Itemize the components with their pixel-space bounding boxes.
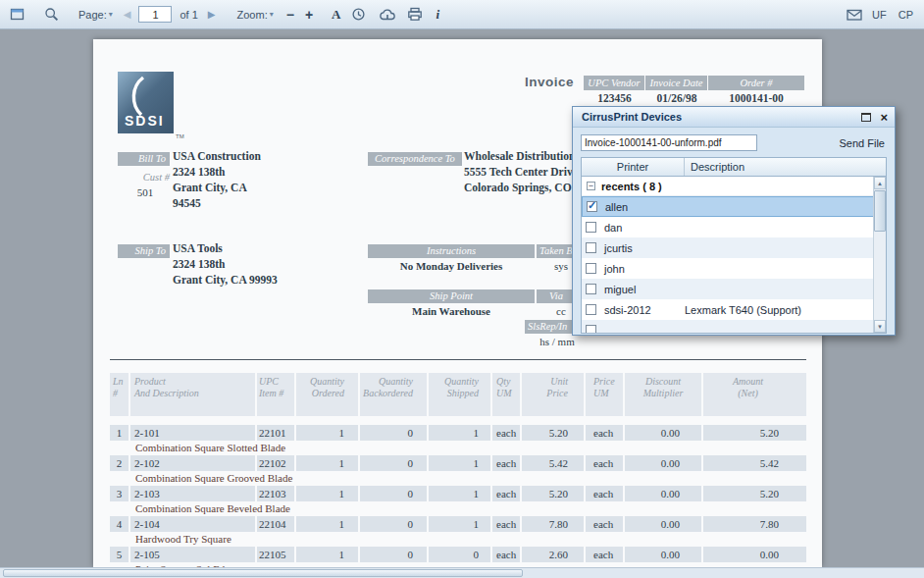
page-number-input[interactable] xyxy=(138,6,172,23)
col-header-amount: Amount (Net) xyxy=(703,373,806,416)
meta-value: 01/26/98 xyxy=(645,90,708,106)
meta-header: Order # xyxy=(708,76,804,90)
page-label: Page: xyxy=(78,9,107,21)
printer-name: sdsi-2012 xyxy=(604,304,685,316)
cp-button[interactable]: CP xyxy=(898,9,913,21)
meta-value: 1000141-00 xyxy=(708,90,804,106)
col-header-qty-um: Qty UM xyxy=(492,373,522,416)
bill-to-address: USA Construction 2324 138th Grant City, … xyxy=(173,148,261,211)
cust-number-label: Cust # xyxy=(121,172,170,183)
item-description: Combination Square Beveled Blade xyxy=(110,501,806,516)
printer-checkbox[interactable] xyxy=(587,201,597,212)
invoice-title: Invoice xyxy=(495,75,574,89)
print-icon[interactable] xyxy=(405,6,425,24)
sdsi-logo: SDSI xyxy=(118,72,174,133)
filename-input[interactable] xyxy=(581,134,757,151)
logo-trademark: TM xyxy=(176,133,184,139)
ship-point-value: Main Warehouse xyxy=(368,305,535,317)
horizontal-scroll-thumb[interactable] xyxy=(3,569,523,577)
printer-row-john[interactable]: john xyxy=(582,258,886,279)
item-description: Combination Square Grooved Blade xyxy=(110,471,806,486)
printer-checkbox[interactable] xyxy=(586,325,596,334)
mail-icon[interactable] xyxy=(845,6,864,24)
cirrusprint-dialog: CirrusPrint Devices × Send File Printer … xyxy=(572,106,896,336)
via-label: Via xyxy=(537,289,576,303)
col-header-discount: Discount Multiplier xyxy=(625,373,703,416)
next-page-button[interactable]: ▶ xyxy=(208,9,216,20)
printer-list-header: Printer Description xyxy=(581,157,887,176)
item-line-values: 22-10222102101each5.42each0.005.42 xyxy=(110,455,806,471)
printer-row-miguel[interactable]: miguel xyxy=(582,279,886,299)
instructions-label: Instructions xyxy=(368,244,535,258)
close-icon[interactable]: × xyxy=(880,111,888,124)
items-table-body: 12-10122101101each5.20each0.005.20 Combi… xyxy=(110,425,806,567)
printer-name: miguel xyxy=(604,284,685,295)
printer-name: dan xyxy=(604,222,685,234)
col-header-unit-price: Unit Price xyxy=(522,373,586,416)
items-table-header: Ln # Product And Description UPC Item # … xyxy=(110,373,806,416)
scroll-up-icon[interactable]: ▲ xyxy=(874,177,886,189)
section-divider xyxy=(110,359,806,360)
item-line-values: 42-10422104101each7.80each0.007.80 xyxy=(110,516,806,532)
ship-to-label: Ship To xyxy=(118,244,170,258)
invoice-item-row: 12-10122101101each5.20each0.005.20 Combi… xyxy=(110,425,806,455)
printer-column-header[interactable]: Printer xyxy=(582,158,685,176)
dialog-titlebar[interactable]: CirrusPrint Devices × xyxy=(573,107,895,128)
prev-page-button[interactable]: ◀ xyxy=(124,9,131,20)
page-total-label: of 1 xyxy=(180,9,197,21)
send-file-button[interactable]: Send File xyxy=(840,137,887,149)
printer-checkbox[interactable] xyxy=(586,284,596,294)
instructions-value: No Monday Deliveries xyxy=(368,260,535,272)
meta-header: Invoice Date xyxy=(645,76,708,90)
window-panel-icon[interactable] xyxy=(8,6,27,24)
text-select-icon[interactable]: A xyxy=(332,7,340,23)
printer-checkbox[interactable] xyxy=(586,242,596,253)
item-line-values: 12-10122101101each5.20each0.005.20 xyxy=(110,425,806,441)
printer-row-sdsi-2012[interactable]: sdsi-2012 Lexmark T640 (Support) xyxy=(582,299,886,320)
printer-list: − recents ( 8 ) allen dan jcurtis john xyxy=(581,176,887,334)
cust-number-value: 501 xyxy=(121,186,170,198)
printer-name: allen xyxy=(605,201,686,213)
description-column-header[interactable]: Description xyxy=(685,158,886,176)
printer-row-dan[interactable]: dan xyxy=(582,217,886,237)
printer-row-allen[interactable]: allen xyxy=(582,196,886,217)
invoice-item-row: 32-10322103101each5.20each0.005.20 Combi… xyxy=(110,486,806,516)
page-dropdown-caret-icon[interactable]: ▾ xyxy=(109,10,113,19)
invoice-meta-table: UPC Vendor Invoice Date Order # 123456 0… xyxy=(584,76,804,107)
ship-to-address: USA Tools 2324 138th Grant City, CA 9999… xyxy=(173,240,278,288)
printer-checkbox[interactable] xyxy=(586,222,596,233)
search-icon[interactable] xyxy=(41,6,61,24)
col-header-ln: Ln # xyxy=(110,373,130,416)
zoom-out-button[interactable]: − xyxy=(286,7,294,23)
info-icon[interactable]: i xyxy=(436,7,440,23)
invoice-item-row: 52-10522105100each2.60each0.000.00 Paint… xyxy=(110,547,806,567)
col-header-ordered: Quantity Ordered xyxy=(296,373,360,416)
zoom-in-button[interactable]: + xyxy=(305,7,313,23)
scroll-thumb[interactable] xyxy=(874,190,886,232)
scroll-down-icon[interactable]: ▼ xyxy=(874,320,886,333)
cloud-download-icon[interactable] xyxy=(378,6,397,24)
logo-text: SDSI xyxy=(125,113,165,129)
slsrep-value: hs / mm xyxy=(525,336,590,347)
horizontal-scrollbar[interactable] xyxy=(0,567,924,578)
meta-value: 123456 xyxy=(584,90,645,106)
col-header-shipped: Quantity Shipped xyxy=(429,373,492,416)
item-line-values: 32-10322103101each5.20each0.005.20 xyxy=(110,486,806,501)
uf-button[interactable]: UF xyxy=(872,9,887,21)
maximize-icon[interactable] xyxy=(861,113,871,122)
printer-checkbox[interactable] xyxy=(586,304,596,315)
item-description: Hardwood Try Square xyxy=(110,532,806,547)
printer-checkbox[interactable] xyxy=(586,263,596,274)
dialog-title: CirrusPrint Devices xyxy=(582,111,861,123)
correspondence-to-label: Correspondence To xyxy=(368,152,462,166)
recents-group-row[interactable]: − recents ( 8 ) xyxy=(582,177,886,196)
printer-row-jcurtis[interactable]: jcurtis xyxy=(582,237,886,258)
ship-point-label: Ship Point xyxy=(368,289,535,303)
zoom-label: Zoom: xyxy=(237,9,268,21)
zoom-dropdown-caret-icon[interactable]: ▾ xyxy=(270,10,274,19)
list-scrollbar[interactable]: ▲ ▼ xyxy=(873,177,886,333)
col-header-backordered: Quantity Backordered xyxy=(360,373,429,416)
printer-row-partial[interactable] xyxy=(582,320,886,334)
history-icon[interactable] xyxy=(349,6,369,24)
collapse-icon[interactable]: − xyxy=(587,182,595,190)
